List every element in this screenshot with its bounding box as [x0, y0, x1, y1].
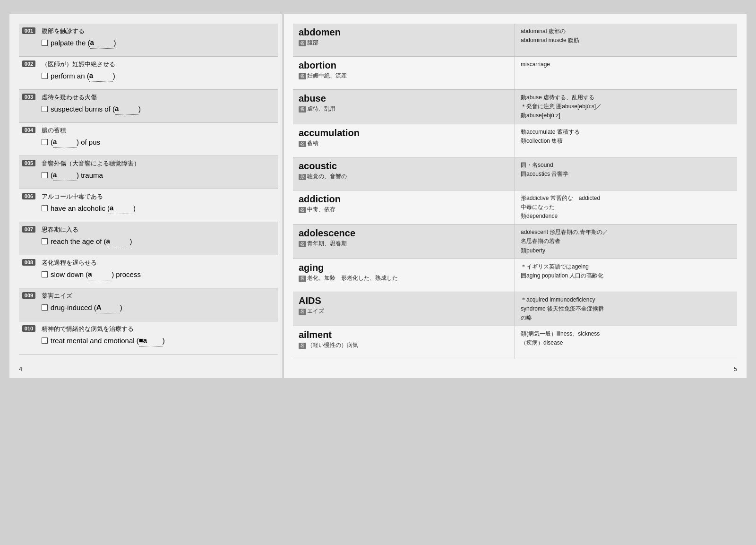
phrase-before-006: have an alcoholic (	[51, 203, 110, 214]
phrase-before-008: slow down (	[51, 269, 88, 280]
right-entry-001: abdomen 名腹部 abdominal 腹部のabdominal muscl…	[293, 24, 737, 57]
right-entry-007: adolescence 名青年期、思春期 adolescent 形思春期の,青年…	[293, 225, 737, 259]
def-col-009: AIDS 名エイズ	[293, 292, 515, 326]
phrase-before-002: perform an (	[51, 70, 89, 82]
phrase-before-010: treat mental and emotional (	[51, 335, 139, 346]
word-pos-004: 名蓄積	[299, 139, 509, 147]
num-badge-002: 002	[22, 61, 35, 67]
entry-text-004: 膿の蓄積 (a) of pus	[39, 123, 278, 156]
def-col-005: acoustic 形聴覚の、音響の	[293, 157, 515, 190]
entry-text-002: （医師が）妊娠中絶させる perform an (a)	[39, 57, 278, 89]
checkbox-004[interactable]	[42, 139, 48, 145]
note-line: 囲・名sound	[521, 161, 731, 170]
jp-text-004: 膿の蓄積	[42, 126, 274, 135]
note-line: 中毒になった	[521, 203, 731, 212]
en-phrase-002: perform an (a)	[42, 70, 274, 82]
note-line: 動abuse 虐待する、乱用する	[521, 93, 731, 102]
phrase-after-005: ) trauma	[77, 170, 103, 181]
pos-label-004: 名	[299, 141, 306, 147]
jp-text-008: 老化過程を遅らせる	[42, 259, 274, 267]
word-main-007: adolescence	[299, 228, 509, 239]
phrase-before-003: suspected burns of (	[51, 104, 115, 115]
num-badge-008: 008	[22, 259, 35, 266]
def-col-004: accumulation 名蓄積	[293, 124, 515, 157]
checkbox-003[interactable]	[42, 106, 48, 112]
right-entry-008: aging 名老化、加齢 形老化した、熟成した ＊イギリス英語ではageing囲…	[293, 259, 737, 292]
left-entry-001: 001 腹部を触診する palpate the (a)	[19, 24, 278, 57]
left-entry-008: 008 老化過程を遅らせる slow down (a) process	[19, 255, 278, 288]
en-phrase-006: have an alcoholic (a)	[42, 202, 274, 214]
note-line: （疾病）disease	[521, 338, 731, 347]
phrase-after-007: )	[130, 236, 132, 247]
entry-text-007: 思春期に入る reach the age of (a)	[39, 222, 278, 255]
jp-text-001: 腹部を触診する	[42, 27, 274, 35]
phrase-before-001: palpate the (	[51, 37, 90, 49]
phrase-after-009: )	[120, 302, 122, 313]
pos-label-010: 名	[299, 343, 306, 349]
checkbox-002[interactable]	[42, 73, 48, 79]
entry-number-002: 002	[19, 57, 39, 89]
entry-number-006: 006	[19, 189, 39, 222]
pos-label-006: 名	[299, 207, 306, 213]
note-line: 動abuse[əbjú:z]	[521, 111, 731, 120]
right-entry-005: acoustic 形聴覚の、音響の 囲・名sound囲acoustics 音響学	[293, 157, 737, 190]
left-page: 001 腹部を触診する palpate the (a) 002 （医師が）妊娠中…	[9, 14, 284, 378]
jp-text-009: 薬害エイズ	[42, 292, 274, 300]
def-col-007: adolescence 名青年期、思春期	[293, 225, 515, 259]
checkbox-006[interactable]	[42, 205, 48, 211]
right-entry-003: abuse 名虐待、乱用 動abuse 虐待する、乱用する＊発音に注意 囲abu…	[293, 90, 737, 124]
num-badge-003: 003	[22, 94, 35, 100]
word-pos-003: 名虐待、乱用	[299, 105, 509, 113]
blank-010: ■a	[139, 335, 163, 346]
note-col-002: miscarriage	[515, 57, 737, 89]
checkbox-009[interactable]	[42, 304, 48, 311]
checkbox-007[interactable]	[42, 238, 48, 244]
word-pos-006: 名中毒、依存	[299, 206, 509, 214]
pos-label-002: 名	[299, 73, 306, 79]
right-entry-004: accumulation 名蓄積 動accumulate 蓄積する類collec…	[293, 124, 737, 157]
phrase-after-004: ) of pus	[77, 137, 100, 148]
book-spread: 001 腹部を触診する palpate the (a) 002 （医師が）妊娠中…	[9, 14, 747, 378]
blank-005: a	[53, 169, 77, 181]
word-pos-009: 名エイズ	[299, 307, 509, 315]
left-entry-005: 005 音響外傷（大音響による聴覚障害） (a) trauma	[19, 156, 278, 189]
def-col-002: abortion 名妊娠中絶、流産	[293, 57, 515, 89]
right-entry-010: ailment 名（軽い慢性の）病気 類(病気一般）illness、sickne…	[293, 326, 737, 359]
word-main-009: AIDS	[299, 295, 509, 306]
entry-number-003: 003	[19, 90, 39, 122]
word-main-005: acoustic	[299, 161, 509, 172]
en-phrase-009: drug-induced (A)	[42, 302, 274, 313]
word-pos-002: 名妊娠中絶、流産	[299, 72, 509, 80]
blank-009: A	[96, 302, 120, 313]
jp-text-002: （医師が）妊娠中絶させる	[42, 60, 274, 69]
num-badge-010: 010	[22, 325, 35, 332]
word-pos-008: 名老化、加齢 形老化した、熟成した	[299, 274, 509, 282]
num-badge-009: 009	[22, 292, 35, 299]
note-col-001: abdominal 腹部のabdominal muscle 腹筋	[515, 24, 737, 56]
note-line: ＊イギリス英語ではageing	[521, 262, 731, 271]
blank-004: a	[53, 136, 77, 148]
right-entry-009: AIDS 名エイズ ＊acquired immunodeficiencysynd…	[293, 292, 737, 327]
note-line: 類puberty	[521, 246, 731, 255]
note-line: 形addictive 常習的な addicted	[521, 194, 731, 203]
checkbox-010[interactable]	[42, 337, 48, 344]
blank-003: a	[115, 103, 138, 115]
phrase-after-003: )	[138, 104, 141, 115]
en-phrase-005: (a) trauma	[42, 169, 274, 181]
entry-text-005: 音響外傷（大音響による聴覚障害） (a) trauma	[39, 156, 278, 189]
en-phrase-008: slow down (a) process	[42, 268, 274, 280]
checkbox-001[interactable]	[42, 40, 48, 46]
word-main-002: abortion	[299, 60, 509, 71]
right-entries: abdomen 名腹部 abdominal 腹部のabdominal muscl…	[293, 24, 737, 359]
entry-number-010: 010	[19, 321, 39, 354]
entry-number-009: 009	[19, 288, 39, 321]
blank-001: a	[90, 37, 113, 49]
checkbox-005[interactable]	[42, 172, 48, 178]
note-line: adolescent 形思春期の,青年期の／	[521, 228, 731, 237]
left-entry-003: 003 虐待を疑わせる火傷 suspected burns of (a)	[19, 90, 278, 123]
en-phrase-001: palpate the (a)	[42, 37, 274, 49]
phrase-after-008: ) process	[112, 269, 141, 280]
entry-number-005: 005	[19, 156, 39, 189]
checkbox-008[interactable]	[42, 271, 48, 277]
en-phrase-010: treat mental and emotional (■a)	[42, 335, 274, 346]
